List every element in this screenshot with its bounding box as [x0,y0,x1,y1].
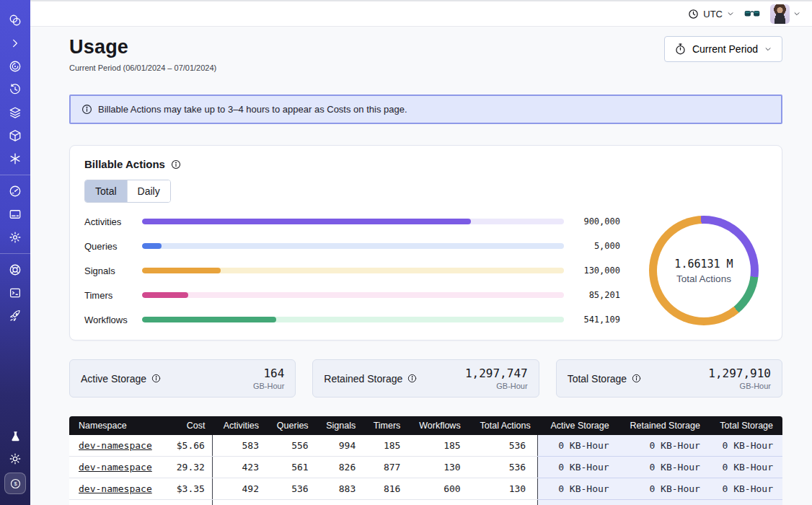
cell-namespace: dev-namespace [69,478,166,500]
glasses-icon[interactable] [744,9,760,19]
cell-cost: $3.35 [166,478,212,500]
cell-activities: 583 [212,435,266,457]
bar-value: 130,000 [575,265,620,276]
column-header-cost: Cost [166,416,212,435]
temporal-logo[interactable] [6,11,25,30]
info-icon[interactable] [171,159,181,170]
sidebar-divider [0,253,30,254]
namespace-link[interactable]: dev-namespace [79,483,152,494]
cell-retained_storage: 0 KB-Hour [617,435,707,457]
namespace-link[interactable]: dev-namespace [79,462,152,473]
bar-track [142,317,564,322]
billable-bar-row: Queries 5,000 [84,241,620,252]
namespace-usage-table: NamespaceCostActivitiesQueriesSignalsTim… [69,416,782,505]
cell-signals: 883 [316,478,363,500]
cell-active_storage: 0 KB-Hour [538,457,617,478]
column-header-queries: Queries [266,416,316,435]
cell-active_storage: 0 KB-Hour [538,478,617,500]
page-subtitle: Current Period (06/01/2024 – 07/01/2024) [69,63,216,72]
usage-gauge-icon[interactable] [6,182,25,201]
schedules-icon[interactable] [6,80,25,99]
theme-sun-icon[interactable] [6,449,25,468]
deployments-cube-icon[interactable] [6,126,25,145]
docs-terminal-icon[interactable] [6,284,25,302]
column-header-workflows: Workflows [407,416,467,435]
tab-daily[interactable]: Daily [127,180,170,202]
cell-total_storage: 0 KB-Hour [707,457,782,478]
info-icon[interactable] [632,374,641,383]
total-storage-unit: GB-Hour [708,382,771,390]
billable-actions-title: Billable Actions [84,158,165,170]
cell-namespace: dev-namespace [69,457,166,478]
getting-started-rocket-icon[interactable] [6,307,25,325]
billable-bar-row: Activities 900,000 [84,216,620,227]
table-row: dev-namespace$5.665835569941851855360 KB… [69,435,782,457]
chevron-down-icon [727,10,734,17]
cell-total_storage: 0 KB-Hour [707,435,782,457]
tab-total[interactable]: Total [85,180,127,202]
timezone-label: UTC [703,9,723,19]
bar-label: Queries [84,241,133,252]
bar-fill [142,292,188,298]
namespaces-icon[interactable] [6,57,25,76]
lab-flask-icon[interactable] [6,426,25,445]
bar-value: 85,201 [575,290,620,300]
cell-signals: 826 [316,457,363,478]
bar-label: Signals [84,265,133,276]
bar-label: Workflows [84,315,133,325]
cell-total_actions: 130 [468,478,538,500]
info-icon[interactable] [151,374,161,383]
cell-active_storage: 0 KB-Hour [538,435,617,457]
column-header-timers: Timers [363,416,407,435]
cell-retained_storage: 0 KB-Hour [617,478,707,500]
cell-namespace: dev-namespace [69,435,166,457]
namespace-link[interactable]: dev-namespace [79,440,152,451]
active-storage-card: Active Storage 164 GB-Hour [69,359,296,398]
svg-text:$: $ [14,480,17,487]
layers-icon[interactable] [6,103,25,122]
billable-bars: Activities 900,000 Queries 5,000 Signals… [84,216,637,325]
account-menu[interactable] [770,4,800,24]
info-banner: Billable Actions may take up to 3–4 hour… [69,95,782,124]
column-header-namespace: Namespace [69,416,166,435]
bar-fill [142,243,162,249]
cell-queries: 561 [266,457,316,478]
credits-coin-icon[interactable]: $ [4,473,26,494]
cell-cost: 29.32 [166,457,212,478]
settings-gear-icon[interactable] [6,228,25,247]
info-icon[interactable] [407,374,417,383]
column-header-signals: Signals [316,416,363,435]
table-row-partial [69,500,782,505]
period-selector-button[interactable]: Current Period [664,36,782,62]
billing-card-icon[interactable] [6,205,25,224]
column-header-total_actions: Total Actions [468,416,538,435]
total-storage-card: Total Storage 1,297,910 GB-Hour [556,359,782,398]
cell-activities: 492 [212,478,266,500]
retained-storage-unit: GB-Hour [465,382,528,390]
total-storage-value: 1,297,910 [708,366,771,380]
billable-bar-row: Signals 130,000 [84,265,620,276]
timezone-selector[interactable]: UTC [688,9,734,19]
cell-cost: $5.66 [166,435,212,457]
main-content: Usage Current Period (06/01/2024 – 07/01… [30,36,812,505]
bar-track [142,268,564,273]
nexus-asterisk-icon[interactable] [6,149,25,168]
bar-value: 541,109 [575,315,620,325]
total-actions-donut: 1.66131 M Total Actions [649,216,759,325]
sidebar-divider [0,175,30,175]
cell-total_actions: 536 [468,435,538,457]
cell-timers: 185 [363,435,407,457]
total-storage-label: Total Storage [568,373,627,385]
avatar[interactable] [770,4,790,24]
cell-activities: 423 [212,457,266,478]
bar-label: Timers [84,290,133,301]
cell-total_actions: 536 [468,457,538,478]
support-lifebuoy-icon[interactable] [6,260,25,279]
expand-chevron-icon[interactable] [6,34,25,53]
page-title: Usage [69,36,216,58]
cell-workflows: 130 [407,457,467,478]
retained-storage-value: 1,297,747 [465,366,528,380]
cell-queries: 536 [266,478,316,500]
retained-storage-card: Retained Storage 1,297,747 GB-Hour [312,359,539,398]
chevron-down-icon [764,45,772,53]
